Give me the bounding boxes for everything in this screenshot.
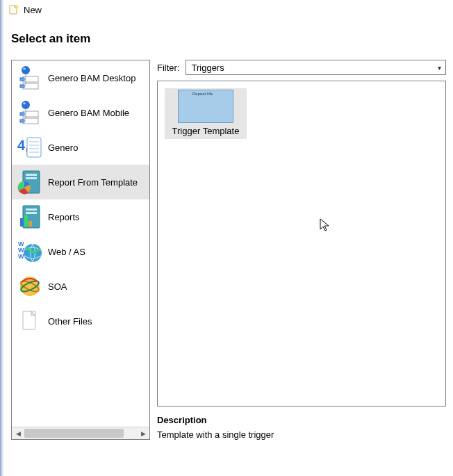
svg-rect-22 bbox=[26, 174, 37, 176]
category-label: Genero bbox=[48, 142, 78, 153]
new-file-icon bbox=[8, 4, 19, 15]
category-item-other-files[interactable]: Other Files bbox=[12, 304, 149, 338]
bam-mobile-icon bbox=[15, 97, 45, 128]
window-title: New bbox=[24, 5, 42, 15]
svg-text:4: 4 bbox=[17, 138, 26, 153]
category-item-reports[interactable]: Reports bbox=[12, 199, 149, 234]
filter-label: Filter: bbox=[157, 63, 180, 73]
thumbnail-hint: Repeat Me bbox=[192, 92, 213, 96]
svg-rect-28 bbox=[20, 218, 24, 227]
soa-icon bbox=[15, 271, 45, 302]
scroll-track[interactable] bbox=[24, 427, 137, 439]
category-item-bam-desktop[interactable]: Genero BAM Desktop bbox=[12, 60, 149, 95]
category-list: Genero BAM Desktop bbox=[12, 60, 149, 427]
category-item-report-template[interactable]: Report From Template bbox=[12, 165, 149, 199]
web-as-icon: W W W bbox=[15, 236, 45, 267]
filter-dropdown[interactable]: Triggers ▾ bbox=[186, 60, 447, 75]
category-label: Genero BAM Mobile bbox=[48, 108, 129, 118]
category-item-soa[interactable]: SOA bbox=[12, 269, 149, 304]
category-label: Genero BAM Desktop bbox=[48, 73, 135, 83]
report-template-icon bbox=[15, 167, 45, 197]
reports-icon bbox=[15, 202, 45, 232]
category-panel: Genero BAM Desktop bbox=[11, 60, 150, 440]
category-item-web-as[interactable]: W W W Web / AS bbox=[12, 234, 149, 269]
svg-point-31 bbox=[24, 244, 42, 262]
scroll-right-arrow-icon[interactable]: ▶ bbox=[137, 427, 149, 439]
svg-point-8 bbox=[22, 101, 30, 109]
svg-point-9 bbox=[23, 103, 26, 105]
other-files-icon bbox=[15, 306, 45, 336]
filter-value: Triggers bbox=[192, 63, 224, 73]
category-horizontal-scrollbar[interactable]: ◀ ▶ bbox=[12, 427, 149, 439]
scroll-thumb[interactable] bbox=[24, 429, 124, 438]
svg-point-2 bbox=[22, 66, 30, 74]
new-dialog: New Select an item bbox=[4, 0, 453, 476]
svg-point-3 bbox=[23, 68, 26, 70]
svg-point-1 bbox=[15, 5, 19, 9]
content-panel: Filter: Triggers ▾ Repeat Me Trigger Tem… bbox=[157, 60, 446, 440]
category-label: Report From Template bbox=[48, 177, 138, 188]
svg-rect-23 bbox=[26, 177, 37, 179]
category-item-genero[interactable]: 4 gl Genero bbox=[12, 130, 149, 165]
bam-desktop-icon bbox=[15, 63, 45, 93]
category-label: Other Files bbox=[48, 316, 92, 327]
titlebar: New bbox=[4, 0, 453, 17]
mouse-cursor-icon bbox=[319, 218, 331, 233]
filter-row: Filter: Triggers ▾ bbox=[157, 60, 446, 75]
svg-text:W: W bbox=[18, 253, 24, 260]
category-label: Web / AS bbox=[48, 247, 85, 257]
svg-rect-29 bbox=[24, 215, 28, 227]
scroll-left-arrow-icon[interactable]: ◀ bbox=[12, 427, 24, 439]
description-title: Description bbox=[157, 415, 446, 425]
item-label: Trigger Template bbox=[172, 126, 240, 136]
svg-rect-26 bbox=[26, 208, 37, 211]
chevron-down-icon: ▾ bbox=[438, 64, 441, 72]
category-label: Reports bbox=[48, 212, 80, 222]
item-area: Repeat Me Trigger Template bbox=[157, 81, 446, 407]
svg-rect-30 bbox=[28, 221, 32, 227]
page-title: Select an item bbox=[4, 17, 453, 54]
dialog-body: Genero BAM Desktop bbox=[4, 54, 453, 447]
svg-rect-16 bbox=[27, 138, 41, 157]
description-block: Description Template with a single trigg… bbox=[157, 415, 446, 440]
genero-icon: 4 gl bbox=[15, 132, 45, 163]
template-thumbnail-icon: Repeat Me bbox=[178, 90, 233, 123]
item-trigger-template[interactable]: Repeat Me Trigger Template bbox=[165, 88, 247, 139]
category-label: SOA bbox=[48, 281, 67, 292]
description-text: Template with a single trigger bbox=[157, 429, 446, 440]
svg-rect-27 bbox=[26, 212, 37, 214]
category-item-bam-mobile[interactable]: Genero BAM Mobile bbox=[12, 95, 149, 130]
